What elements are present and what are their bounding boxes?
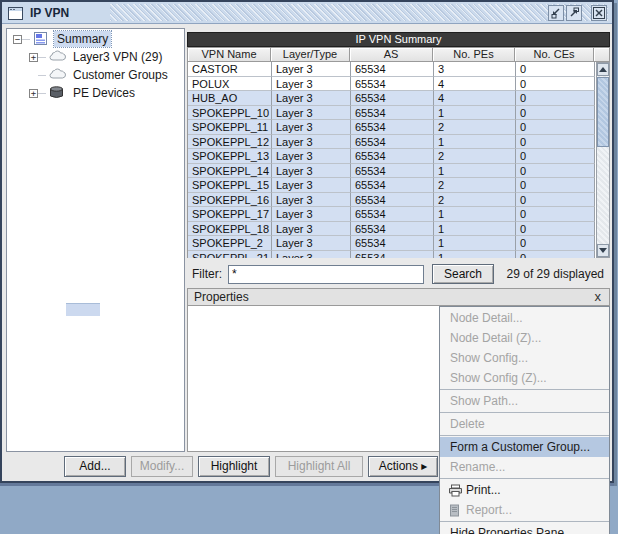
table-row[interactable]: SPOKEPPL_13Layer 36553420 (188, 149, 596, 164)
table-cell[interactable]: HUB_AO (188, 91, 272, 106)
tree-item-label[interactable]: Layer3 VPN (29) (70, 49, 165, 65)
table-cell[interactable]: Layer 3 (272, 251, 351, 259)
table-cell[interactable]: 0 (516, 251, 595, 259)
table-row[interactable]: SPOKEPPL_2Layer 36553410 (188, 236, 596, 251)
table-cell[interactable]: 1 (434, 135, 516, 150)
table-cell[interactable]: 65534 (351, 236, 434, 251)
tree-item-pe-devices[interactable]: +PE Devices (7, 85, 184, 101)
table-row[interactable]: CASTORLayer 36553430 (188, 62, 596, 77)
table-cell[interactable]: 65534 (351, 222, 434, 237)
table-cell[interactable]: 65534 (351, 207, 434, 222)
table-cell[interactable]: 1 (434, 106, 516, 121)
menu-item-form-a-customer-group[interactable]: Form a Customer Group... (440, 437, 609, 457)
table-cell[interactable]: 65534 (351, 91, 434, 106)
table-cell[interactable]: SPOKEPPL_18 (188, 222, 272, 237)
table-cell[interactable]: Layer 3 (272, 77, 351, 92)
table-cell[interactable]: 1 (434, 251, 516, 259)
table-cell[interactable]: SPOKEPPL_11 (188, 120, 272, 135)
tree-item-label[interactable]: Customer Groups (70, 67, 171, 83)
table-cell[interactable]: 0 (516, 178, 595, 193)
table-row[interactable]: SPOKEPPL_21Layer 36553410 (188, 251, 596, 259)
table-cell[interactable]: 65534 (351, 193, 434, 208)
scroll-down-button[interactable] (597, 244, 609, 257)
table-cell[interactable]: 65534 (351, 164, 434, 179)
table-cell[interactable]: POLUX (188, 77, 272, 92)
menu-item-print[interactable]: Print... (440, 480, 609, 500)
table-cell[interactable]: SPOKEPPL_2 (188, 236, 272, 251)
table-cell[interactable]: Layer 3 (272, 164, 351, 179)
scroll-up-button[interactable] (597, 63, 609, 76)
table-cell[interactable]: 1 (434, 164, 516, 179)
table-cell[interactable]: Layer 3 (272, 222, 351, 237)
table-cell[interactable]: 0 (516, 207, 595, 222)
add-button[interactable]: Add... (64, 456, 126, 477)
table-cell[interactable]: 0 (516, 106, 595, 121)
maximize-button[interactable] (566, 5, 582, 21)
table-cell[interactable]: 2 (434, 149, 516, 164)
table-cell[interactable]: 65534 (351, 62, 434, 77)
table-cell[interactable]: 65534 (351, 106, 434, 121)
column-header-no-pes[interactable]: No. PEs (433, 47, 515, 62)
table-cell[interactable]: 65534 (351, 77, 434, 92)
table-cell[interactable]: 65534 (351, 178, 434, 193)
menu-item-hide-properties-pane[interactable]: Hide Properties Pane (440, 523, 609, 534)
table-row[interactable]: HUB_AOLayer 36553440 (188, 91, 596, 106)
table-cell[interactable]: 0 (516, 62, 595, 77)
tree-item-layer3-vpn-29-[interactable]: +Layer3 VPN (29) (7, 49, 184, 65)
table-cell[interactable]: 1 (434, 207, 516, 222)
tree-item-summary[interactable]: −Summary (7, 31, 184, 47)
table-cell[interactable]: Layer 3 (272, 193, 351, 208)
table-cell[interactable]: 0 (516, 193, 595, 208)
table-cell[interactable]: 2 (434, 178, 516, 193)
table-cell[interactable]: SPOKEPPL_16 (188, 193, 272, 208)
table-cell[interactable]: 0 (516, 222, 595, 237)
table-cell[interactable]: 65534 (351, 251, 434, 259)
table-cell[interactable]: SPOKEPPL_21 (188, 251, 272, 259)
table-cell[interactable]: SPOKEPPL_15 (188, 178, 272, 193)
table-cell[interactable]: 2 (434, 120, 516, 135)
column-header-vpn-name[interactable]: VPN Name (187, 47, 271, 62)
filter-input[interactable] (228, 265, 424, 284)
iconify-button[interactable] (548, 5, 564, 21)
table-cell[interactable]: 1 (434, 236, 516, 251)
table-row[interactable]: SPOKEPPL_11Layer 36553420 (188, 120, 596, 135)
table-cell[interactable]: SPOKEPPL_10 (188, 106, 272, 121)
expand-icon[interactable]: + (29, 89, 38, 98)
table-cell[interactable]: 0 (516, 236, 595, 251)
table-row[interactable]: SPOKEPPL_10Layer 36553410 (188, 106, 596, 121)
table-cell[interactable]: 0 (516, 91, 595, 106)
table-cell[interactable]: 0 (516, 77, 595, 92)
table-cell[interactable]: 65534 (351, 135, 434, 150)
table-cell[interactable]: SPOKEPPL_12 (188, 135, 272, 150)
table-row[interactable]: SPOKEPPL_15Layer 36553420 (188, 178, 596, 193)
table-cell[interactable]: SPOKEPPL_14 (188, 164, 272, 179)
table-cell[interactable]: Layer 3 (272, 178, 351, 193)
table-cell[interactable]: 2 (434, 193, 516, 208)
column-header-as[interactable]: AS (350, 47, 433, 62)
table-cell[interactable]: 0 (516, 164, 595, 179)
table-cell[interactable]: 3 (434, 62, 516, 77)
actions-button[interactable]: Actions ▸ (368, 456, 438, 477)
table-cell[interactable]: Layer 3 (272, 120, 351, 135)
tree-item-customer-groups[interactable]: Customer Groups (7, 67, 184, 83)
table-cell[interactable]: 0 (516, 149, 595, 164)
column-header-no-ces[interactable]: No. CEs (515, 47, 594, 62)
table-cell[interactable]: Layer 3 (272, 91, 351, 106)
table-cell[interactable]: Layer 3 (272, 236, 351, 251)
table-cell[interactable]: 0 (516, 120, 595, 135)
tree-item-label[interactable]: PE Devices (70, 85, 138, 101)
table-cell[interactable]: Layer 3 (272, 106, 351, 121)
collapse-icon[interactable]: − (13, 35, 22, 44)
table-cell[interactable]: SPOKEPPL_13 (188, 149, 272, 164)
table-row[interactable]: SPOKEPPL_14Layer 36553410 (188, 164, 596, 179)
table-row[interactable]: POLUXLayer 36553440 (188, 77, 596, 92)
table-cell[interactable]: 4 (434, 77, 516, 92)
table-cell[interactable]: Layer 3 (272, 207, 351, 222)
tree-item-label[interactable]: Summary (54, 31, 111, 47)
table-row[interactable]: SPOKEPPL_16Layer 36553420 (188, 193, 596, 208)
table-cell[interactable]: 0 (516, 135, 595, 150)
table-cell[interactable]: 1 (434, 222, 516, 237)
close-button[interactable] (591, 5, 607, 21)
window-titlebar[interactable]: IP VPN (2, 2, 612, 24)
expand-icon[interactable]: + (29, 53, 38, 62)
